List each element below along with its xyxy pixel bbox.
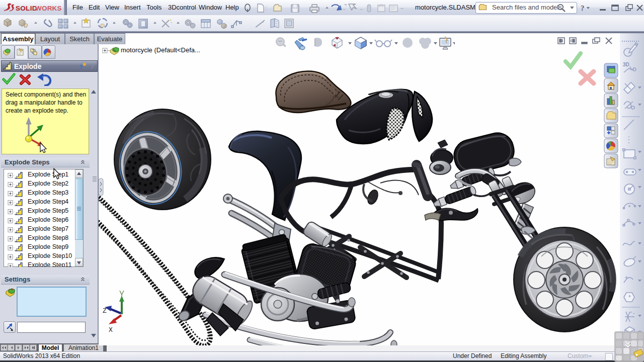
svg-text:Z: Z: [103, 307, 107, 315]
svg-text:?: ?: [91, 63, 94, 70]
svg-text:SOLID: SOLID: [16, 5, 37, 12]
svg-text:WORKS: WORKS: [35, 5, 62, 12]
svg-text:Explode: Explode: [14, 62, 42, 70]
svg-text:X: X: [109, 326, 113, 334]
svg-text:?: ?: [581, 4, 585, 12]
svg-text:?: ?: [79, 63, 83, 70]
svg-text:3D: 3D: [623, 62, 629, 67]
